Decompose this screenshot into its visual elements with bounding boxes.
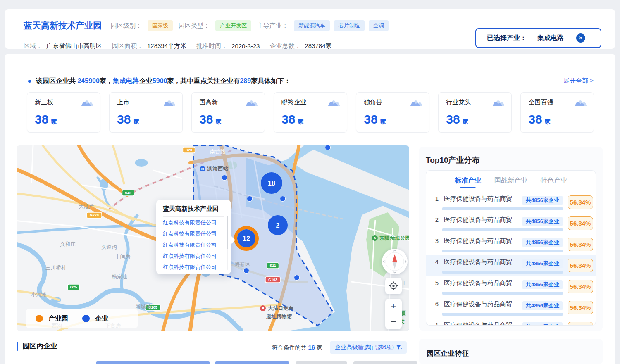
stat-card-上市[interactable]: 上市38家 — [109, 92, 183, 133]
mountain-icon — [328, 98, 340, 109]
zoom-in-button[interactable]: + — [385, 299, 402, 314]
popup-scrollbar[interactable] — [227, 216, 228, 270]
tab-国战新产业[interactable]: 国战新产业 — [494, 176, 527, 188]
section-accent-bar — [17, 342, 18, 351]
stat-cards-row: 新三板38家上市38家国高新38家瞪羚企业38家独角兽38家行业龙头38家全国百… — [27, 92, 594, 133]
percent-box: 56.34% — [568, 216, 593, 230]
stat-card-count: 38家 — [199, 112, 221, 126]
percent-box: 56.34% — [568, 259, 593, 272]
industry-rank-row[interactable]: 4医疗保健设备与药品商贸共4856家企业56.34% — [426, 255, 596, 276]
compass-control[interactable] — [382, 249, 408, 274]
top10-rows: 1医疗保健设备与药品商贸共4856家企业56.34%2医疗保健设备与药品商贸共4… — [426, 192, 596, 326]
mountain-icon — [492, 98, 505, 109]
main-industry-tag: 新能源汽车 — [294, 20, 330, 31]
stat-card-瞪羚企业[interactable]: 瞪羚企业38家 — [274, 92, 347, 133]
svg-text:G103: G103 — [268, 278, 277, 282]
stat-card-行业龙头[interactable]: 行业龙头38家 — [438, 92, 512, 133]
rank-number: 1 — [434, 321, 440, 326]
partial-tab[interactable] — [353, 361, 417, 364]
industry-rank-row[interactable]: 3医疗保健设备与药品商贸共4856家企业56.34% — [426, 234, 596, 255]
popup-company-link[interactable]: 红点科技有限责任公司 — [163, 217, 224, 228]
top10-title: Top10产业分布 — [426, 155, 603, 166]
partial-tab[interactable] — [215, 361, 289, 364]
expand-all-link[interactable]: 展开全部 > — [563, 77, 594, 85]
stat-card-count: 38家 — [35, 112, 57, 126]
svg-text:18: 18 — [268, 180, 275, 187]
summary-text: 该园区企业共 245900家，集成电路企业5900家，其中重点关注企业有289家… — [36, 77, 291, 86]
park-title: 蓝天高新技术产业园 — [24, 20, 102, 31]
company-count-badge: 共4856家企业 — [522, 238, 563, 247]
rank-number: 2 — [434, 216, 440, 223]
company-dot[interactable] — [247, 196, 253, 202]
svg-text:G25: G25 — [70, 285, 77, 289]
total-value: 283784家 — [305, 42, 331, 50]
industry-rank-row[interactable]: 1医疗保健设备与药品商贸共4856家企业56.34% — [426, 192, 596, 213]
company-dot[interactable] — [280, 196, 286, 202]
mountain-icon — [163, 98, 176, 107]
park-header-card: 蓝天高新技术产业园 园区级别： 国家级 园区类型： 产业开发区 主导产业： 新能… — [5, 9, 615, 49]
area-label: 园区面积： — [112, 42, 143, 50]
industry-rank-row[interactable]: 5医疗保健设备与药品商贸共4856家企业56.34% — [426, 276, 596, 297]
svg-text:12: 12 — [243, 235, 250, 242]
partial-tab[interactable] — [296, 361, 347, 364]
industry-name: 医疗保健设备与药品商贸 — [444, 258, 512, 265]
selected-industry-box: 已选择产业： 集成电路 ✕ — [475, 28, 601, 48]
summary-line: 该园区企业共 245900家，集成电路企业5900家，其中重点关注企业有289家… — [28, 77, 291, 86]
approval-label: 批准时间： — [196, 42, 227, 50]
svg-text:2: 2 — [276, 222, 280, 229]
park-map[interactable]: S20S40G228G25S105S11G103 M滨海西站南营路大港后义和庄头… — [17, 145, 409, 331]
stat-card-新三板[interactable]: 新三板38家 — [27, 92, 100, 133]
page: 蓝天高新技术产业园 园区级别： 国家级 园区类型： 产业开发区 主导产业： 新能… — [0, 0, 620, 364]
region-value: 广东省佛山市高明区 — [46, 42, 102, 50]
stat-card-全国百强[interactable]: 全国百强38家 — [520, 92, 594, 133]
company-dot[interactable] — [222, 175, 227, 181]
locate-button[interactable] — [385, 278, 402, 294]
rank-number: 1 — [434, 195, 440, 202]
legend-item-企业: 企业 — [82, 314, 108, 323]
selected-industry-label: 已选择产业： — [487, 34, 527, 43]
industry-tags: 新能源汽车芯片制造空调 — [294, 20, 389, 31]
industry-rank-row[interactable]: 2医疗保健设备与药品商贸共4856家企业56.34% — [426, 213, 596, 234]
zoom-out-button[interactable]: − — [385, 314, 402, 329]
region-label: 区域： — [24, 42, 42, 50]
mountain-icon — [246, 98, 258, 109]
legend-dot-icon — [36, 315, 43, 322]
remove-selected-industry-icon[interactable]: ✕ — [576, 33, 585, 43]
rank-number: 4 — [434, 258, 440, 265]
partial-tab[interactable] — [96, 361, 210, 364]
popup-company-link[interactable]: 红点科技有限责任公司 — [163, 250, 224, 262]
industry-rank-row[interactable]: 1医疗保健设备与药品商贸共4856家企业56.34% — [426, 319, 596, 326]
advanced-filter-button[interactable]: 企业高级筛选(已选6项) — [330, 341, 407, 354]
legend-dot-icon — [82, 315, 90, 322]
features-panel: 园区企业特征 — [419, 339, 603, 364]
stat-card-国高新[interactable]: 国高新38家 — [191, 92, 265, 133]
features-title: 园区企业特征 — [427, 349, 603, 358]
percent-box: 56.34% — [568, 280, 593, 293]
map-zoom-control: + − — [385, 299, 402, 329]
popup-company-link[interactable]: 红点科技有限责任公司 — [163, 262, 224, 273]
popup-company-link[interactable]: 红点科技有限责任公司 — [163, 239, 224, 250]
svg-text:G228: G228 — [90, 213, 99, 217]
company-dot[interactable] — [294, 275, 300, 281]
popup-company-link[interactable]: 红点科技有限责任公司 — [163, 228, 224, 239]
svg-text:海新区: 海新区 — [235, 262, 250, 267]
industry-rank-row[interactable]: 6医疗保健设备与药品商贸共4856家企业56.34% — [426, 297, 596, 319]
svg-text:东疆亲海公园: 东疆亲海公园 — [379, 235, 409, 241]
industry-name: 医疗保健设备与药品商贸 — [444, 237, 512, 244]
type-label: 园区类型： — [179, 22, 210, 30]
tab-标准产业[interactable]: 标准产业 — [455, 176, 481, 188]
stat-card-count: 38家 — [281, 112, 303, 126]
selected-industry-value: 集成电路 — [537, 34, 564, 43]
svg-text:小河滩: 小河滩 — [31, 292, 47, 297]
match-count: 16 — [308, 344, 315, 351]
company-dot[interactable] — [325, 145, 331, 150]
stat-card-独角兽[interactable]: 独角兽38家 — [356, 92, 429, 133]
tab-特色产业[interactable]: 特色产业 — [541, 176, 567, 188]
percent-box: 56.34% — [568, 322, 593, 326]
company-dot[interactable] — [244, 268, 249, 274]
svg-text:大港后: 大港后 — [79, 204, 94, 209]
percent-box: 56.34% — [568, 195, 593, 209]
svg-text:义和庄: 义和庄 — [60, 241, 76, 247]
mountain-icon — [575, 98, 587, 107]
area-value: 128394平方米 — [147, 42, 186, 50]
